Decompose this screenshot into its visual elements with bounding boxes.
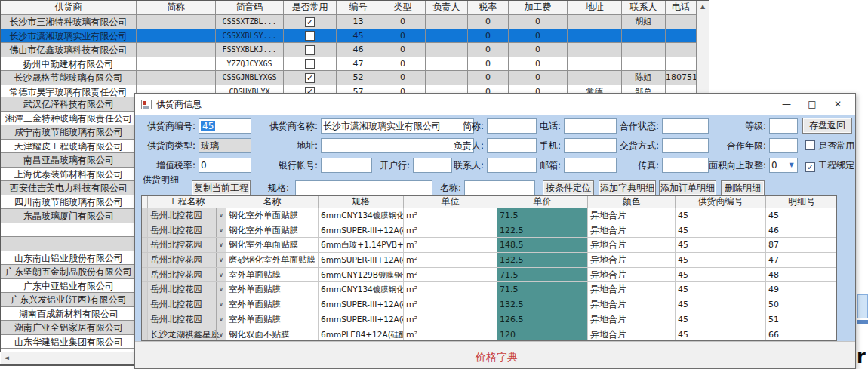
cell[interactable] [568, 71, 622, 85]
list-item[interactable]: 广东兴发铝业(江西)有限公司 [1, 293, 134, 307]
grid-cell[interactable]: 6mmPLE84+12A(硅酮胶... [319, 327, 404, 342]
cell[interactable]: 扬州中勤建材有限公司 [1, 57, 137, 71]
grid-column-header-0[interactable] [142, 196, 148, 208]
checkbox-checked-icon[interactable]: ✓ [305, 73, 315, 83]
cell[interactable]: ✓ [284, 71, 337, 85]
grid-cell[interactable]: 71.5 [497, 268, 588, 283]
cell[interactable] [666, 57, 697, 71]
cell[interactable] [426, 15, 468, 29]
vat-rate-input[interactable]: 0 [199, 158, 251, 173]
horizontal-scrollbar[interactable]: ◄ [1, 352, 134, 364]
grid-cell[interactable]: 45 [676, 327, 766, 342]
grid-cell[interactable] [142, 268, 148, 283]
cell[interactable]: 46 [337, 43, 380, 57]
list-item[interactable]: 四川南玻节能玻璃有限公司 [1, 195, 134, 210]
grid-cell[interactable]: 71.5 [497, 282, 588, 297]
grid-cell[interactable]: 异地合片 [588, 238, 676, 253]
grid-cell[interactable]: 异地合片 [588, 312, 676, 327]
dialog-titlebar[interactable]: 供货商信息 — □ ✕ [135, 94, 855, 115]
list-item[interactable]: 南昌亚晶玻璃有限公司 [1, 153, 134, 168]
column-header-4[interactable]: 编号 [337, 1, 380, 14]
cell[interactable]: 13 [337, 15, 380, 29]
cell[interactable]: 长沙市三湘特种玻璃有限公司 [1, 15, 137, 29]
column-header-11[interactable]: 电话 [666, 1, 697, 14]
list-item[interactable]: 山东南山铝业股份有限公司 [1, 251, 134, 266]
column-header-9[interactable]: 地址 [568, 1, 622, 14]
grid-cell[interactable]: 6mmSUPER-III+12A(硅... [319, 223, 404, 238]
grid-cell[interactable]: 异地合片 [588, 327, 676, 342]
coop-years-input[interactable] [769, 138, 798, 153]
grid-cell[interactable]: 51 [766, 312, 837, 327]
cell[interactable]: 0 [380, 57, 426, 71]
cell[interactable] [137, 29, 216, 43]
cell[interactable]: 佛山市亿鑫玻璃科技有限公司 [1, 43, 137, 57]
spec-filter-input[interactable] [295, 180, 432, 195]
grid-cell[interactable]: 47 [766, 253, 837, 268]
grid-cell[interactable]: 148.5 [497, 238, 588, 253]
list-item[interactable]: 广东中亚铝业有限公司 [1, 279, 134, 294]
project-name-combobox[interactable]: 长沙龙湖祺鑫星座∨ [148, 327, 226, 342]
chevron-down-icon[interactable]: ∨ [216, 327, 226, 342]
checkbox-unchecked-icon[interactable] [305, 45, 315, 55]
grid-cell[interactable]: 66 [766, 327, 837, 342]
locate-by-condition-button[interactable]: 按条件定位 [543, 180, 594, 195]
grid-cell[interactable]: 异地合片 [588, 297, 676, 312]
column-header-1[interactable]: 简称 [137, 1, 216, 14]
list-item[interactable]: 湘潭三金特种玻璃有限责任公司 [1, 112, 134, 126]
cell[interactable] [622, 43, 666, 57]
detail-grid-row[interactable]: 岳州北控花园∨钢化室外单面贴膜6mm白玻+1.14PVB+6mm...m²148… [142, 238, 836, 253]
grid-cell[interactable]: m² [404, 312, 497, 327]
grid-cell[interactable]: 6mm白玻+1.14PVB+6mm... [319, 238, 404, 253]
cell[interactable]: 常德市昊宇玻璃有限责任公司 [1, 85, 137, 99]
cell[interactable]: 0 [380, 15, 426, 29]
cell[interactable] [622, 29, 666, 43]
detail-grid-row[interactable]: 岳州北控花园∨室外单面贴膜6mmSUPER-III+12A(硅...m²132.… [142, 297, 836, 312]
cell[interactable]: 0 [509, 43, 568, 57]
cell[interactable] [568, 15, 622, 29]
list-item[interactable]: 咸宁南玻节能玻璃有限公司 [1, 125, 134, 140]
cell[interactable]: FSSYXBLKJ... [216, 43, 284, 57]
project-name-combobox[interactable]: 岳州北控花园∨ [148, 223, 226, 238]
scroll-left-icon[interactable]: ◄ [4, 354, 9, 361]
cell[interactable]: CSSXXBLSY... [216, 29, 284, 43]
column-header-8[interactable]: 加工费 [509, 1, 568, 14]
grid-cell[interactable]: 45 [676, 238, 766, 253]
grid-cell[interactable]: 46 [766, 223, 837, 238]
cell[interactable]: 180751 [666, 71, 697, 85]
cell[interactable]: 0 [468, 57, 509, 71]
grid-cell[interactable] [142, 208, 148, 223]
project-name-combobox[interactable]: 岳州北控花园∨ [148, 238, 226, 253]
grid-cell[interactable]: 45 [676, 253, 766, 268]
grid-cell[interactable]: 45 [676, 223, 766, 238]
list-item[interactable] [1, 223, 134, 238]
chevron-down-icon[interactable]: ∨ [216, 282, 226, 297]
cell[interactable]: 0 [509, 29, 568, 43]
grid-cell[interactable]: m² [404, 282, 497, 297]
maximize-button[interactable]: □ [799, 94, 825, 115]
supplier-row[interactable]: 长沙市三湘特种玻璃有限公司CSSSXTZBL...✓13000胡姐 [1, 14, 709, 29]
grid-column-header-6[interactable]: 颜色 [588, 196, 676, 208]
delete-detail-button[interactable]: 删除明细 [721, 180, 765, 195]
list-item[interactable]: 山东华建铝业集团有限公司 [1, 335, 134, 349]
cell[interactable]: 0 [509, 57, 568, 71]
supplier-id-input[interactable]: 45 [199, 118, 251, 134]
grid-cell[interactable]: 异地合片 [588, 253, 676, 268]
grid-cell[interactable]: 钢化双面不贴膜 [226, 327, 319, 342]
grid-cell[interactable]: 6mmSUPER-III+12A(硅... [319, 312, 404, 327]
grid-cell[interactable]: 49 [766, 282, 837, 297]
supplier-row[interactable]: 长沙晟格节能玻璃有限公司CSSGJNBLYXGS✓52000陈姐180751 [1, 70, 709, 85]
column-header-5[interactable]: 类型 [380, 1, 426, 14]
cell[interactable]: 长沙晟格节能玻璃有限公司 [1, 71, 137, 85]
grid-cell[interactable]: 50 [766, 297, 837, 312]
cell[interactable]: 0 [468, 71, 509, 85]
detail-grid-row[interactable]: 岳州北控花园∨磨砂钢化室外单面贴膜6mmSUPER-III+12A(硅...m²… [142, 253, 836, 268]
list-item[interactable] [1, 237, 134, 251]
column-header-10[interactable]: 联系人 [622, 1, 666, 14]
detail-grid-row[interactable]: 岳州北控花园∨室外单面贴膜6mmSUPER-III+12A(硅...m²126.… [142, 312, 836, 327]
project-name-combobox[interactable]: 岳州北控花园∨ [148, 282, 226, 297]
close-button[interactable]: ✕ [825, 94, 851, 115]
grid-cell[interactable]: 钢化室外单面贴膜 [226, 223, 319, 238]
grid-cell[interactable]: 异地合片 [588, 282, 676, 297]
grid-column-header-1[interactable]: 工程名称 [148, 196, 226, 208]
cell[interactable] [426, 71, 468, 85]
